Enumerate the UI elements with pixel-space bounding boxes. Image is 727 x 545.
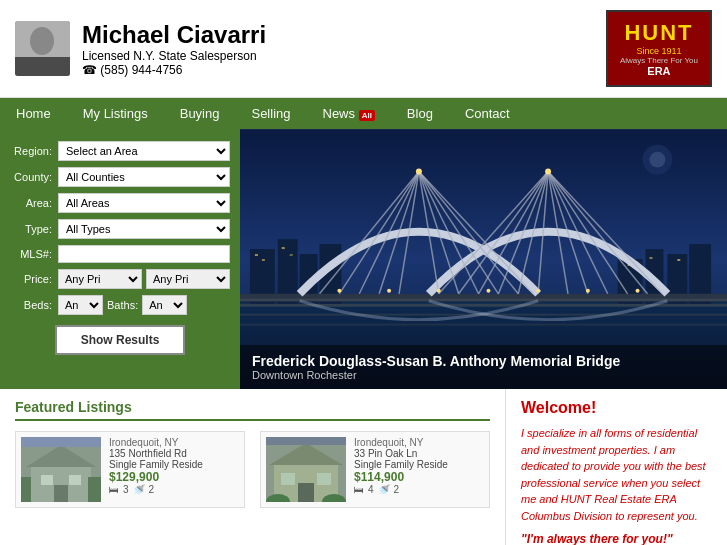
price-max-select[interactable]: Any Pri xyxy=(146,269,230,289)
listing-card[interactable]: Irondequoit, NY 135 Northfield Rd Single… xyxy=(15,431,245,508)
baths-icon: 🚿 xyxy=(133,484,145,495)
svg-rect-18 xyxy=(262,259,265,261)
nav-news[interactable]: News All xyxy=(307,98,391,129)
listing-info: Irondequoit, NY 135 Northfield Rd Single… xyxy=(109,437,239,502)
county-select[interactable]: All Counties xyxy=(58,167,230,187)
news-badge: All xyxy=(359,110,375,121)
svg-rect-72 xyxy=(281,473,295,485)
svg-rect-63 xyxy=(41,475,53,485)
baths-label: Baths: xyxy=(107,299,138,311)
search-sidebar: Region: Select an Area County: All Count… xyxy=(0,129,240,389)
listing-city: Irondequoit, NY xyxy=(109,437,239,448)
welcome-body: I specialize in all forms of residential… xyxy=(521,425,712,524)
baths-select[interactable]: An xyxy=(142,295,187,315)
show-results-button[interactable]: Show Results xyxy=(55,325,185,355)
logo-since: Since 1911 xyxy=(620,46,698,56)
main-area: Region: Select an Area County: All Count… xyxy=(0,129,727,389)
mls-label: MLS#: xyxy=(10,248,58,260)
welcome-quote: "I'm always there for you!" xyxy=(521,532,712,545)
type-label: Type: xyxy=(10,223,58,235)
listing-image xyxy=(266,437,346,502)
svg-rect-67 xyxy=(21,477,31,502)
listing-city: Irondequoit, NY xyxy=(354,437,484,448)
svg-rect-73 xyxy=(317,473,331,485)
type-select[interactable]: All Types xyxy=(58,219,230,239)
listing-meta: 🛏 3 🚿 2 xyxy=(109,484,239,495)
svg-point-53 xyxy=(437,289,441,293)
svg-rect-17 xyxy=(255,254,258,256)
listing-price: $129,900 xyxy=(109,470,239,484)
svg-rect-25 xyxy=(240,299,727,301)
listings-row: Irondequoit, NY 135 Northfield Rd Single… xyxy=(15,431,490,508)
svg-point-51 xyxy=(337,289,341,293)
listing-image xyxy=(21,437,101,502)
nav-my-listings[interactable]: My Listings xyxy=(67,98,164,129)
svg-point-55 xyxy=(536,289,540,293)
area-row: Area: All Areas xyxy=(10,193,230,213)
hero-title: Frederick Douglass-Susan B. Anthony Memo… xyxy=(252,353,715,369)
listing-price: $114,900 xyxy=(354,470,484,484)
svg-point-1 xyxy=(30,27,54,55)
beds-select[interactable]: An xyxy=(58,295,103,315)
agent-license: Licensed N.Y. State Salesperson xyxy=(82,49,266,63)
beds-baths-inputs: An Baths: An xyxy=(58,295,230,315)
svg-point-49 xyxy=(416,169,422,175)
agent-phone: ☎ (585) 944-4756 xyxy=(82,63,266,77)
page-header: Michael Ciavarri Licensed N.Y. State Sal… xyxy=(0,0,727,98)
mls-input[interactable] xyxy=(58,245,230,263)
svg-rect-65 xyxy=(54,485,68,502)
beds-icon: 🛏 xyxy=(354,484,364,495)
agent-info: Michael Ciavarri Licensed N.Y. State Sal… xyxy=(15,21,266,77)
svg-point-50 xyxy=(545,169,551,175)
nav-selling[interactable]: Selling xyxy=(235,98,306,129)
svg-rect-22 xyxy=(649,257,652,259)
agent-name: Michael Ciavarri xyxy=(82,21,266,49)
agent-details: Michael Ciavarri Licensed N.Y. State Sal… xyxy=(82,21,266,77)
logo-era: ERA xyxy=(620,65,698,77)
svg-point-52 xyxy=(387,289,391,293)
svg-rect-68 xyxy=(88,477,101,502)
listing-type: Single Family Reside xyxy=(354,459,484,470)
price-row: Price: Any Pri Any Pri xyxy=(10,269,230,289)
svg-rect-64 xyxy=(69,475,81,485)
price-selects: Any Pri Any Pri xyxy=(58,269,230,289)
listing-type: Single Family Reside xyxy=(109,459,239,470)
hunt-logo: HUNT Since 1911 Always There For You ERA xyxy=(606,10,712,87)
hero-subtitle: Downtown Rochester xyxy=(252,369,715,381)
nav-buying[interactable]: Buying xyxy=(164,98,236,129)
listing-address: 33 Pin Oak Ln xyxy=(354,448,484,459)
welcome-title: Welcome! xyxy=(521,399,712,417)
logo-brand: HUNT xyxy=(620,20,698,46)
svg-point-59 xyxy=(649,152,665,168)
nav-home[interactable]: Home xyxy=(0,98,67,129)
avatar xyxy=(15,21,70,76)
svg-point-57 xyxy=(636,289,640,293)
phone-icon: ☎ xyxy=(82,63,97,77)
svg-rect-66 xyxy=(21,437,101,447)
region-label: Region: xyxy=(10,145,58,157)
area-select[interactable]: All Areas xyxy=(58,193,230,213)
hero-image-area: Frederick Douglass-Susan B. Anthony Memo… xyxy=(240,129,727,389)
price-min-select[interactable]: Any Pri xyxy=(58,269,142,289)
svg-rect-3 xyxy=(15,57,70,76)
region-select[interactable]: Select an Area xyxy=(58,141,230,161)
svg-rect-8 xyxy=(240,324,727,326)
listing-info: Irondequoit, NY 33 Pin Oak Ln Single Fam… xyxy=(354,437,484,502)
svg-rect-77 xyxy=(266,437,346,445)
region-row: Region: Select an Area xyxy=(10,141,230,161)
welcome-area: Welcome! I specialize in all forms of re… xyxy=(505,389,727,545)
bottom-section: Featured Listings xyxy=(0,389,727,545)
nav-contact[interactable]: Contact xyxy=(449,98,526,129)
svg-point-54 xyxy=(486,289,490,293)
mls-row: MLS#: xyxy=(10,245,230,263)
beds-baths-row: Beds: An Baths: An xyxy=(10,295,230,315)
listing-card[interactable]: Irondequoit, NY 33 Pin Oak Ln Single Fam… xyxy=(260,431,490,508)
main-nav: Home My Listings Buying Selling News All… xyxy=(0,98,727,129)
svg-rect-74 xyxy=(298,483,314,502)
beds-icon: 🛏 xyxy=(109,484,119,495)
listing-address: 135 Northfield Rd xyxy=(109,448,239,459)
nav-blog[interactable]: Blog xyxy=(391,98,449,129)
featured-section-title: Featured Listings xyxy=(15,399,490,421)
svg-point-56 xyxy=(586,289,590,293)
svg-rect-23 xyxy=(677,259,680,261)
